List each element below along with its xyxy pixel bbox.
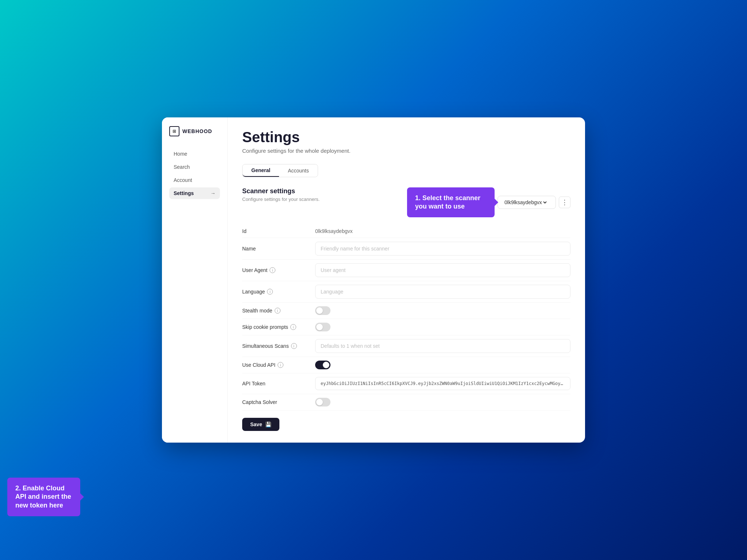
value-stealth-mode[interactable] xyxy=(315,306,570,315)
simultaneous-info-icon[interactable]: i xyxy=(291,343,297,349)
scanner-select-callout: 1. Select the scanner you want to use xyxy=(407,187,495,218)
sidebar-item-search[interactable]: Search xyxy=(169,161,220,173)
value-name[interactable] xyxy=(315,242,570,256)
cloud-api-callout: 2. Enable Cloud API and insert the new t… xyxy=(7,478,80,516)
language-input[interactable] xyxy=(315,285,570,299)
tab-accounts[interactable]: Accounts xyxy=(279,164,318,177)
page-subtitle: Configure settings for the whole deploym… xyxy=(242,148,570,154)
scanner-select[interactable]: 0lk9lksaydebgvx xyxy=(503,199,548,206)
scanner-dropdown[interactable]: 0lk9lksaydebgvx xyxy=(498,196,556,209)
value-skip-cookie[interactable] xyxy=(315,323,570,331)
form-row-api-token: API Token xyxy=(242,373,570,394)
section-header-left: Scanner settings Configure settings for … xyxy=(242,187,320,211)
stealth-info-icon[interactable]: i xyxy=(275,308,280,314)
form-row-stealth-mode: Stealth mode i xyxy=(242,303,570,319)
value-user-agent[interactable] xyxy=(315,263,570,277)
sidebar-item-settings[interactable]: Settings → xyxy=(169,187,220,199)
more-icon: ⋮ xyxy=(561,198,568,206)
form-row-user-agent: User Agent i xyxy=(242,260,570,281)
tab-general[interactable]: General xyxy=(243,164,279,177)
tabs: General Accounts xyxy=(242,164,318,177)
save-button-label: Save xyxy=(250,421,262,427)
save-icon: 💾 xyxy=(265,421,271,427)
page-title: Settings xyxy=(242,129,570,145)
value-language[interactable] xyxy=(315,285,570,299)
value-id: 0lk9lksaydebgvx xyxy=(315,228,570,234)
logo: ⊞ WEBHOOD xyxy=(169,126,220,136)
skip-cookie-info-icon[interactable]: i xyxy=(290,324,296,330)
logo-text: WEBHOOD xyxy=(182,128,212,134)
label-api-token: API Token xyxy=(242,381,308,386)
sidebar-label-search: Search xyxy=(174,164,190,170)
form-row-id: Id 0lk9lksaydebgvx xyxy=(242,225,570,238)
label-use-cloud-api: Use Cloud API i xyxy=(242,362,308,368)
form-row-skip-cookie: Skip cookie prompts i xyxy=(242,319,570,335)
logo-icon: ⊞ xyxy=(169,126,179,136)
sidebar-label-account: Account xyxy=(174,177,192,183)
label-language: Language i xyxy=(242,289,308,295)
captcha-solver-toggle[interactable] xyxy=(315,398,330,407)
save-button[interactable]: Save 💾 xyxy=(242,418,279,431)
settings-arrow-icon: → xyxy=(210,190,216,196)
language-info-icon[interactable]: i xyxy=(267,289,273,295)
nav-items: Home Search Account Settings → xyxy=(169,148,220,199)
sidebar-label-settings: Settings xyxy=(174,190,194,196)
scanner-section-title: Scanner settings xyxy=(242,187,320,195)
value-api-token[interactable] xyxy=(315,377,570,390)
section-header-right: 1. Select the scanner you want to use 0l… xyxy=(407,187,570,218)
value-use-cloud-api[interactable] xyxy=(315,361,570,369)
api-token-input[interactable] xyxy=(315,377,570,390)
name-input[interactable] xyxy=(315,242,570,256)
label-captcha-solver: Captcha Solver xyxy=(242,399,308,405)
use-cloud-api-toggle[interactable] xyxy=(315,361,330,369)
user-agent-input[interactable] xyxy=(315,263,570,277)
cloud-api-info-icon[interactable]: i xyxy=(278,362,283,368)
app-container: ⊞ WEBHOOD Home Search Account Settings →… xyxy=(162,117,585,443)
user-agent-info-icon[interactable]: i xyxy=(270,267,275,273)
label-simultaneous-scans: Simultaneous Scans i xyxy=(242,343,308,349)
simultaneous-scans-input[interactable] xyxy=(315,339,570,353)
value-simultaneous-scans[interactable] xyxy=(315,339,570,353)
label-name: Name xyxy=(242,246,308,252)
sidebar-item-account[interactable]: Account xyxy=(169,174,220,186)
callout2-text: 2. Enable Cloud API and insert the new t… xyxy=(15,485,71,509)
label-skip-cookie: Skip cookie prompts i xyxy=(242,324,308,330)
more-options-button[interactable]: ⋮ xyxy=(559,197,570,208)
form-row-simultaneous-scans: Simultaneous Scans i xyxy=(242,335,570,357)
sidebar-item-home[interactable]: Home xyxy=(169,148,220,160)
section-header-row: Scanner settings Configure settings for … xyxy=(242,187,570,218)
id-value-text: 0lk9lksaydebgvx xyxy=(315,228,353,234)
label-stealth-mode: Stealth mode i xyxy=(242,308,308,314)
skip-cookie-toggle[interactable] xyxy=(315,323,330,331)
stealth-mode-toggle[interactable] xyxy=(315,306,330,315)
label-user-agent: User Agent i xyxy=(242,267,308,273)
sidebar-label-home: Home xyxy=(174,151,187,157)
scanner-section-subtitle: Configure settings for your scanners. xyxy=(242,197,320,202)
form-row-name: Name xyxy=(242,238,570,260)
sidebar: ⊞ WEBHOOD Home Search Account Settings → xyxy=(162,117,228,443)
callout1-text: 1. Select the scanner you want to use xyxy=(415,194,480,210)
main-content: Settings Configure settings for the whol… xyxy=(228,117,585,443)
form-row-language: Language i xyxy=(242,281,570,303)
form-row-use-cloud-api: Use Cloud API i xyxy=(242,357,570,373)
form-row-captcha-solver: Captcha Solver xyxy=(242,394,570,411)
label-id: Id xyxy=(242,228,308,234)
value-captcha-solver[interactable] xyxy=(315,398,570,407)
